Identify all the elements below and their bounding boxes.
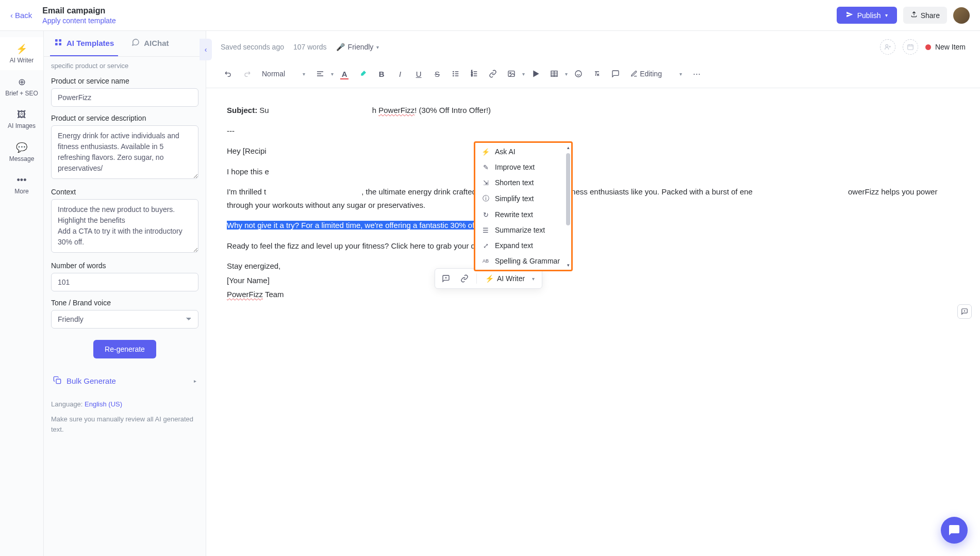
svg-rect-3	[59, 43, 61, 45]
tab-label: AIChat	[144, 39, 169, 47]
copy-icon	[53, 376, 61, 386]
chevron-down-icon[interactable]: ▾	[522, 71, 525, 77]
rail-message[interactable]: 💬 Message	[0, 136, 43, 169]
align-button[interactable]	[312, 66, 328, 81]
rail-brief-seo[interactable]: ⊕ Brief + SEO	[0, 70, 43, 103]
ai-menu-shorten[interactable]: ⇲Shorten text	[475, 175, 571, 190]
numbered-list-button[interactable]: 123	[467, 66, 482, 81]
left-rail: ⚡ AI Writer ⊕ Brief + SEO 🖼 AI Images 💬 …	[0, 31, 44, 556]
scroll-up-icon[interactable]: ▴	[567, 145, 570, 150]
ai-menu-expand[interactable]: ⤢Expand text	[475, 238, 571, 253]
chevron-down-icon: ▾	[303, 71, 305, 77]
share-button[interactable]: Share	[903, 7, 947, 24]
language-link[interactable]: English (US)	[85, 400, 122, 408]
rail-ai-images[interactable]: 🖼 AI Images	[0, 103, 43, 136]
label-context: Context	[51, 188, 198, 196]
review-note: Make sure you manually review all AI gen…	[51, 414, 198, 434]
language-row: Language: English (US)	[51, 400, 198, 408]
chevron-down-icon: ▾	[532, 276, 535, 282]
underline-button[interactable]: U	[411, 66, 426, 81]
comment-button[interactable]	[608, 66, 623, 81]
share-label: Share	[921, 11, 940, 20]
input-product-desc[interactable]: Energy drink for active individuals and …	[51, 125, 198, 179]
overflow-button[interactable]: ⋯	[689, 66, 705, 81]
table-button[interactable]	[546, 66, 562, 81]
rail-ai-writer[interactable]: ⚡ AI Writer	[0, 37, 43, 70]
label-num-words: Number of words	[51, 261, 198, 270]
add-comment-button[interactable]	[437, 271, 455, 286]
editor-topbar: Saved seconds ago 107 words 🎤 Friendly ▾	[206, 31, 980, 63]
add-user-button[interactable]	[880, 39, 895, 55]
chevron-down-icon[interactable]: ▾	[565, 71, 568, 77]
video-button[interactable]	[528, 66, 543, 81]
chevron-down-icon: ▾	[679, 71, 682, 77]
bolt-icon: ⚡	[485, 274, 494, 283]
ai-menu-rewrite[interactable]: ↻Rewrite text	[475, 207, 571, 222]
add-comment-rail-button[interactable]	[957, 304, 972, 319]
svg-rect-2	[55, 43, 58, 45]
collapse-sidebar-button[interactable]: ‹	[200, 39, 212, 60]
rail-more[interactable]: ••• More	[0, 169, 43, 201]
bold-button[interactable]: B	[374, 66, 389, 81]
editor-area: Saved seconds ago 107 words 🎤 Friendly ▾	[206, 31, 980, 556]
scrollbar-thumb[interactable]	[566, 153, 570, 225]
input-num-words[interactable]	[51, 273, 198, 291]
chevron-down-icon[interactable]: ▾	[331, 71, 334, 77]
ai-menu-improve[interactable]: ✎Improve text	[475, 159, 571, 175]
ai-menu-simplify[interactable]: ⓘSimplify text	[475, 190, 571, 207]
greeting: Hey [Recipi	[227, 144, 959, 158]
tab-ai-templates[interactable]: AI Templates	[50, 31, 118, 56]
tone-selector[interactable]: 🎤 Friendly ▾	[336, 43, 379, 51]
header-actions: Publish ▾ Share	[837, 7, 970, 24]
editing-mode-dropdown[interactable]: Editing ▾	[626, 66, 686, 81]
page-title: Email campaign	[42, 6, 836, 15]
svg-rect-1	[59, 39, 61, 42]
collapse-icon: ⇲	[481, 179, 490, 187]
bulk-generate-button[interactable]: Bulk Generate ▸	[51, 372, 198, 390]
highlight-button[interactable]	[355, 66, 371, 81]
status-dot-icon	[925, 44, 931, 50]
format-toolbar: Normal ▾ ▾ A B I U S 123 ▾ ▾	[206, 63, 980, 88]
cta-line: Why not give it a try? For a limited tim…	[227, 219, 959, 232]
status-selector[interactable]: New Item	[925, 43, 966, 51]
svg-rect-6	[908, 45, 913, 50]
tab-ai-chat[interactable]: AIChat	[127, 31, 173, 56]
clear-format-button[interactable]	[589, 66, 605, 81]
back-button[interactable]: ‹ Back	[10, 11, 32, 20]
add-date-button[interactable]	[903, 39, 918, 55]
bullet-list-button[interactable]	[448, 66, 463, 81]
separator	[476, 273, 477, 284]
input-context[interactable]: Introduce the new product to buyers. Hig…	[51, 199, 198, 253]
header-title-wrap: Email campaign Apply content template	[42, 6, 836, 25]
ai-writer-dropdown-button[interactable]: ⚡ AI Writer ▾	[480, 271, 540, 286]
input-product-name[interactable]	[51, 88, 198, 107]
ai-menu-summarize[interactable]: ☰Summarize text	[475, 222, 571, 238]
sidebar-content: specific product or service Product or s…	[44, 57, 206, 556]
strike-button[interactable]: S	[429, 66, 445, 81]
ai-menu-spelling[interactable]: ABSpelling & Grammar	[475, 253, 571, 269]
publish-button[interactable]: Publish ▾	[837, 7, 897, 24]
regenerate-button[interactable]: Re-generate	[93, 340, 156, 358]
select-tone[interactable]: Friendly	[51, 310, 198, 329]
svg-point-17	[575, 71, 582, 77]
apply-template-link[interactable]: Apply content template	[42, 17, 836, 25]
user-avatar[interactable]	[953, 7, 970, 24]
chat-support-button[interactable]	[941, 517, 968, 544]
expand-icon: ⤢	[481, 242, 490, 250]
image-button[interactable]	[504, 66, 519, 81]
undo-button[interactable]	[221, 66, 236, 81]
chat-icon	[131, 38, 140, 48]
chevron-down-icon: ▾	[885, 12, 888, 18]
insert-link-button[interactable]	[456, 271, 473, 286]
link-button[interactable]	[485, 66, 501, 81]
text-style-dropdown[interactable]: Normal ▾	[258, 66, 309, 81]
italic-button[interactable]: I	[392, 66, 408, 81]
text-color-button[interactable]: A	[337, 66, 352, 81]
redo-button[interactable]	[239, 66, 255, 81]
document-body[interactable]: Subject: Suh PowerFizz! (30% Off Intro O…	[206, 88, 980, 556]
sidebar-panel: ‹ AI Templates AIChat specific product	[44, 31, 206, 556]
ai-menu-ask-ai[interactable]: ⚡Ask AI	[475, 144, 571, 159]
emoji-button[interactable]	[571, 66, 586, 81]
mic-icon: 🎤	[336, 43, 345, 51]
scroll-down-icon[interactable]: ▾	[567, 263, 570, 268]
